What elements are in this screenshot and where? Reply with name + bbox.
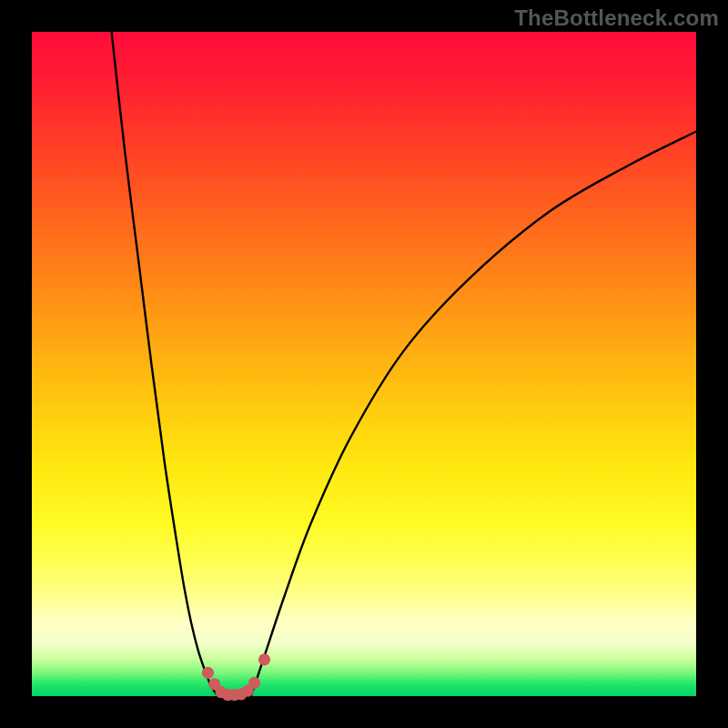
outer-frame: TheBottleneck.com — [0, 0, 728, 728]
watermark-text: TheBottleneck.com — [514, 5, 719, 31]
valley-marker — [202, 667, 214, 679]
valley-marker — [248, 677, 260, 689]
curve-layer — [112, 32, 696, 699]
plot-area — [32, 32, 696, 696]
valley-marker — [258, 653, 270, 665]
bottleneck-curve — [112, 32, 696, 699]
curve-svg — [32, 32, 696, 696]
marker-layer — [202, 653, 270, 701]
